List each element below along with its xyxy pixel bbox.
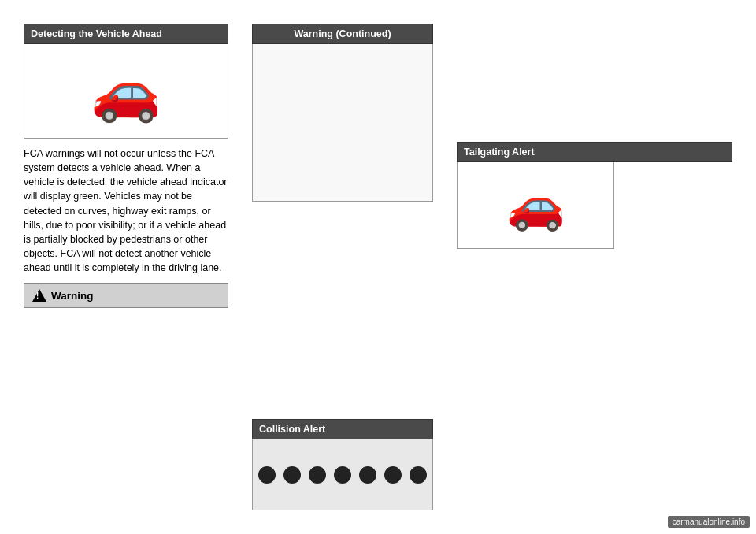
fca-description-text: FCA warnings will not occur unless the F… — [24, 146, 228, 275]
tailgating-alert-header: Tailgating Alert — [457, 142, 732, 162]
car-top-view-icon: 🚗 — [91, 63, 161, 120]
detecting-vehicle-header: Detecting the Vehicle Ahead — [24, 24, 228, 44]
left-column: Detecting the Vehicle Ahead 🚗 FCA warnin… — [24, 24, 228, 510]
collision-dot-4 — [334, 466, 351, 484]
tailgating-section: Tailgating Alert 🚗 — [457, 142, 732, 249]
collision-dot-2 — [284, 466, 301, 484]
middle-inner: Warning (Continued) Collision Alert — [252, 24, 433, 510]
page-content: Detecting the Vehicle Ahead 🚗 FCA warnin… — [0, 0, 756, 534]
left-inner: Detecting the Vehicle Ahead 🚗 FCA warnin… — [24, 24, 228, 510]
collision-dots-box — [252, 439, 433, 510]
tailgating-image-box: 🚗 — [457, 162, 614, 249]
warning-label: Warning — [51, 290, 94, 302]
warning-bar: Warning — [24, 283, 228, 308]
collision-dot-6 — [384, 466, 402, 484]
vehicle-image-box: 🚗 — [24, 44, 228, 139]
watermark: carmanualonline.info — [668, 516, 750, 528]
warning-continued-header: Warning (Continued) — [252, 24, 433, 44]
tailgating-car-icon: 🚗 — [506, 182, 565, 229]
collision-alert-section: Collision Alert — [252, 419, 433, 510]
collision-dot-3 — [309, 466, 326, 484]
middle-column: Warning (Continued) Collision Alert — [252, 24, 433, 510]
warning-triangle-icon — [32, 289, 46, 302]
collision-dot-1 — [258, 466, 276, 484]
collision-alert-header: Collision Alert — [252, 419, 433, 439]
warning-continued-body — [252, 44, 433, 202]
collision-dot-5 — [359, 466, 376, 484]
warning-continued-section: Warning (Continued) — [252, 24, 433, 202]
right-column: Tailgating Alert 🚗 — [457, 24, 732, 510]
collision-dot-7 — [410, 466, 427, 484]
